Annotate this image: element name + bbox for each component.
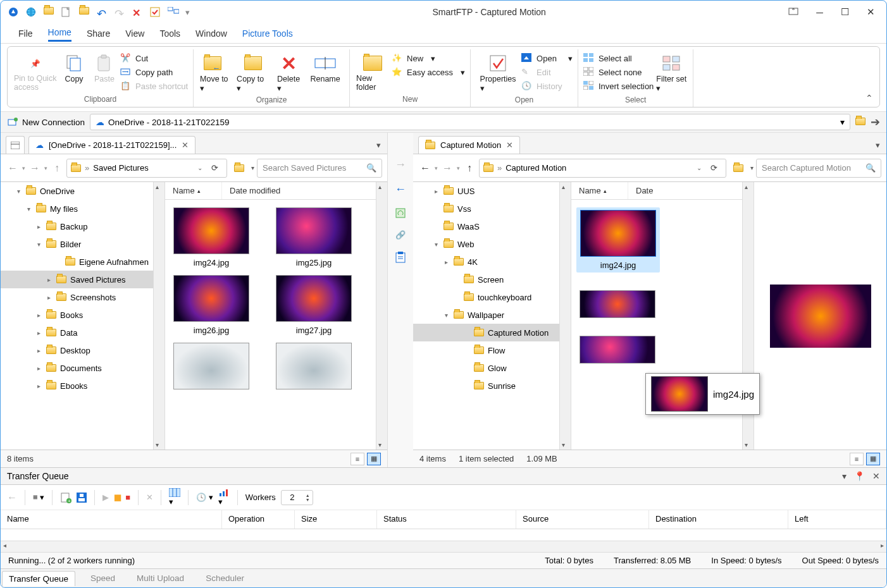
search-input[interactable]: Search Captured Motion🔍 bbox=[756, 159, 881, 178]
back-history-dropdown[interactable]: ▾ bbox=[22, 165, 25, 171]
pane-menu-button[interactable] bbox=[6, 136, 25, 154]
chevron-down-icon[interactable]: ▾ bbox=[750, 164, 754, 171]
list-view-button[interactable]: ≡ ▾ bbox=[33, 493, 44, 502]
paste-button[interactable]: Paste bbox=[90, 51, 119, 85]
delete-button[interactable]: ✕ Delete▾ bbox=[272, 51, 305, 94]
paste-shortcut-button[interactable]: 📋Paste shortcut bbox=[120, 81, 188, 91]
tree-item[interactable]: ▸Saved Pictures bbox=[1, 271, 164, 288]
expand-icon[interactable]: ▸ bbox=[35, 312, 42, 319]
up-button[interactable]: ↑ bbox=[462, 161, 476, 175]
link-icon[interactable]: 🔗 bbox=[395, 230, 406, 240]
tree-item[interactable]: ▸Ebooks bbox=[1, 377, 164, 395]
left-tree[interactable]: ▾OneDrive▾My files▸Backup▾BilderEigene A… bbox=[1, 182, 165, 450]
expand-icon[interactable]: ▸ bbox=[45, 276, 53, 283]
tree-item[interactable]: ▸4K bbox=[413, 253, 571, 271]
minimize-button[interactable]: ─ bbox=[816, 7, 823, 18]
back-button[interactable]: ← bbox=[7, 492, 17, 503]
close-button[interactable]: ✕ bbox=[867, 6, 875, 18]
filter-set-button[interactable]: Filter set ▾ bbox=[655, 51, 688, 94]
properties-button[interactable]: Properties▾ bbox=[476, 51, 520, 94]
chevron-down-icon[interactable]: ▾ bbox=[251, 164, 254, 171]
tab-window[interactable]: Window bbox=[195, 26, 227, 41]
link-folder-button[interactable] bbox=[230, 159, 249, 178]
spin-up-icon[interactable]: ▲ bbox=[306, 493, 310, 498]
expand-icon[interactable]: ▾ bbox=[442, 312, 450, 319]
forward-history-dropdown[interactable]: ▾ bbox=[457, 165, 460, 171]
thumbnails-view-button[interactable]: ▦ bbox=[866, 453, 880, 465]
collapse-ribbon-icon[interactable]: ⌃ bbox=[865, 93, 873, 103]
columns-button[interactable]: ▾ bbox=[169, 488, 180, 506]
file-thumbnail[interactable] bbox=[576, 290, 659, 318]
workers-input[interactable]: ▲▼ bbox=[281, 490, 313, 505]
qat-dropdown-icon[interactable]: ▾ bbox=[185, 8, 190, 17]
tree-item[interactable]: ▾OneDrive bbox=[1, 182, 164, 200]
tree-item[interactable]: Flow bbox=[413, 341, 571, 359]
expand-icon[interactable]: ▸ bbox=[45, 294, 53, 301]
cut-button[interactable]: ✂️Cut bbox=[120, 53, 188, 63]
tab-file[interactable]: File bbox=[18, 26, 33, 41]
check-icon[interactable] bbox=[150, 7, 160, 17]
bottom-tab-scheduler[interactable]: Scheduler bbox=[199, 571, 251, 585]
save-button[interactable] bbox=[77, 493, 87, 503]
bottom-tab-speed[interactable]: Speed bbox=[84, 571, 121, 585]
right-tree[interactable]: ▸UUSVssWaaS▾Web▸4KScreentouchkeyboard▾Wa… bbox=[413, 182, 571, 450]
details-view-button[interactable]: ≡ bbox=[350, 453, 364, 465]
link-folder-button[interactable] bbox=[729, 159, 748, 178]
thumbnails-view-button[interactable]: ▦ bbox=[367, 453, 381, 465]
tab-tools[interactable]: Tools bbox=[159, 26, 180, 41]
tree-item[interactable]: ▾Web bbox=[413, 235, 571, 253]
expand-icon[interactable]: ▾ bbox=[432, 241, 440, 248]
tree-item[interactable]: ▸Screenshots bbox=[1, 288, 164, 306]
expand-icon[interactable]: ▾ bbox=[15, 188, 22, 195]
tab-picture-tools[interactable]: Picture Tools bbox=[242, 26, 293, 41]
delete-x-icon[interactable]: ✕ bbox=[132, 7, 142, 17]
globe-icon[interactable] bbox=[26, 7, 36, 17]
ribbon-display-icon[interactable] bbox=[788, 8, 798, 16]
up-button[interactable]: ↑ bbox=[50, 161, 64, 175]
tree-item[interactable]: Vss bbox=[413, 200, 571, 217]
tab-home[interactable]: Home bbox=[48, 25, 71, 42]
new-connection-button[interactable]: New Connection bbox=[7, 117, 85, 127]
tree-item[interactable]: WaaS bbox=[413, 217, 571, 235]
close-tab-icon[interactable]: ✕ bbox=[506, 140, 513, 150]
folder-icon[interactable] bbox=[79, 7, 89, 17]
details-view-button[interactable]: ≡ bbox=[850, 453, 864, 465]
queue-dropdown-icon[interactable]: ▾ bbox=[842, 471, 847, 481]
queue-columns[interactable]: Name Operation Size Status Source Destin… bbox=[1, 510, 886, 529]
transfer-left-icon[interactable]: ← bbox=[395, 183, 406, 196]
file-thumbnail[interactable]: img27.jpg bbox=[273, 275, 355, 335]
forward-button[interactable]: → bbox=[440, 161, 454, 175]
tab-list-dropdown[interactable]: ▾ bbox=[376, 140, 387, 154]
forward-history-dropdown[interactable]: ▾ bbox=[44, 165, 47, 171]
tree-item[interactable]: ▸UUS bbox=[413, 182, 571, 200]
search-input[interactable]: Search Saved Pictures🔍 bbox=[257, 159, 382, 178]
tree-item[interactable]: Glow bbox=[413, 359, 571, 377]
tab-list-dropdown[interactable]: ▾ bbox=[876, 140, 886, 154]
easy-access-button[interactable]: ⭐Easy access ▾ bbox=[392, 67, 465, 77]
back-button[interactable]: ← bbox=[418, 161, 432, 175]
stop-button[interactable]: ■ bbox=[125, 493, 130, 502]
tree-scrollbar[interactable] bbox=[153, 182, 164, 450]
refresh-button[interactable]: ⟳ bbox=[206, 163, 223, 173]
refresh-button[interactable]: ⟳ bbox=[705, 163, 722, 173]
file-thumbnail[interactable]: img24.jpg bbox=[576, 207, 660, 273]
redo-icon[interactable]: ↷ bbox=[115, 7, 125, 17]
new-folder-button[interactable]: New folder bbox=[355, 51, 390, 94]
bottom-tab-queue[interactable]: Transfer Queue bbox=[2, 571, 75, 586]
file-thumbnail[interactable] bbox=[273, 343, 355, 389]
add-file-button[interactable]: + bbox=[60, 492, 71, 503]
close-icon[interactable]: ✕ bbox=[872, 471, 880, 481]
expand-icon[interactable]: ▸ bbox=[35, 223, 42, 230]
tree-item[interactable]: touchkeyboard bbox=[413, 288, 571, 306]
copy-button[interactable]: Copy bbox=[59, 51, 89, 85]
tree-item[interactable]: ▾Bilder bbox=[1, 235, 164, 253]
select-none-button[interactable]: Select none bbox=[583, 67, 654, 77]
back-history-dropdown[interactable]: ▾ bbox=[435, 165, 438, 171]
expand-icon[interactable]: ▸ bbox=[442, 259, 450, 266]
tree-item[interactable]: ▸Desktop bbox=[1, 341, 164, 359]
breadcrumb[interactable]: » Saved Pictures ⌄ ⟳ bbox=[66, 159, 227, 178]
tree-item[interactable]: ▸Data bbox=[1, 324, 164, 341]
tree-item[interactable]: ▾Wallpaper bbox=[413, 306, 571, 324]
move-to-button[interactable]: ← Move to ▾ bbox=[199, 51, 234, 94]
file-thumbnail[interactable]: img25.jpg bbox=[273, 207, 355, 267]
